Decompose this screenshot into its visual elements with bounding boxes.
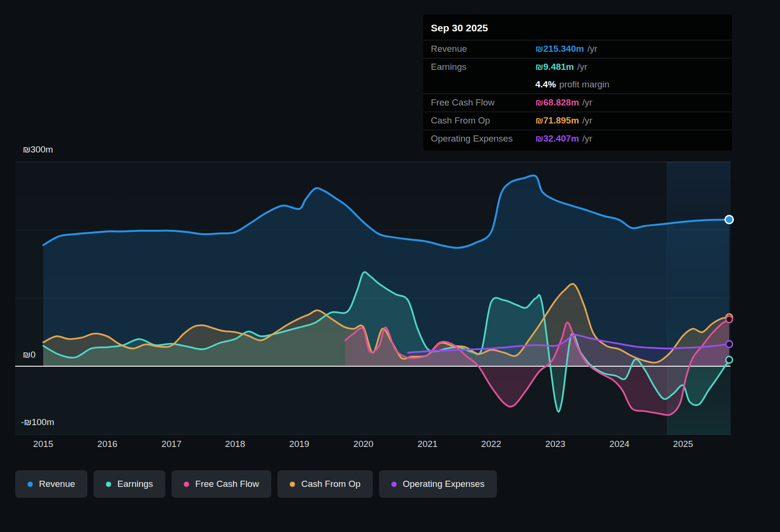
tooltip-suffix-free-cash-flow: /yr [582, 97, 592, 107]
tooltip-value-revenue: ₪215.340m [535, 44, 584, 54]
tooltip-date: Sep 30 2025 [423, 14, 732, 40]
tooltip-value-profit-margin: 4.4% [535, 79, 556, 89]
x-axis-label-2024: 2024 [609, 439, 629, 449]
x-axis-label-2021: 2021 [418, 439, 438, 449]
x-axis-label-2018: 2018 [225, 439, 245, 449]
y-axis-label-0: ₪0 [23, 350, 36, 360]
tooltip-label-revenue: Revenue [431, 43, 535, 55]
x-axis-label-2019: 2019 [289, 439, 309, 449]
legend-label-revenue: Revenue [39, 479, 75, 489]
x-axis-label-2017: 2017 [162, 439, 181, 449]
legend-item-operating-expenses[interactable]: Operating Expenses [379, 470, 497, 498]
tooltip-value-earnings: ₪9.481m [535, 62, 574, 72]
cash-from-op-dot-icon [290, 482, 295, 487]
legend-item-free-cash-flow[interactable]: Free Cash Flow [171, 470, 271, 498]
y-axis-label-neg100m: -₪100m [21, 417, 54, 428]
tooltip-suffix-profit-margin: profit margin [559, 79, 609, 89]
tooltip-label-cash-from-op: Cash From Op [431, 115, 535, 126]
x-axis-label-2025: 2025 [673, 439, 693, 449]
chart-tooltip: Sep 30 2025 Revenue ₪215.340m/yr Earning… [423, 14, 732, 151]
x-axis-label-2016: 2016 [97, 439, 117, 449]
revenue-dot-icon [28, 482, 33, 487]
x-axis-label-2015: 2015 [33, 439, 53, 449]
y-axis-label-300m: ₪300m [23, 144, 53, 155]
legend-label-operating-expenses: Operating Expenses [403, 479, 485, 489]
tooltip-suffix-operating-expenses: /yr [582, 133, 592, 143]
tooltip-row-earnings: Earnings ₪9.481m/yr [423, 58, 732, 76]
series-free-cash-flow-end-marker [726, 316, 732, 323]
tooltip-suffix-earnings: /yr [577, 62, 587, 72]
operating-expenses-dot-icon [391, 482, 397, 487]
tooltip-suffix-revenue: /yr [587, 44, 597, 54]
tooltip-value-cash-from-op: ₪71.895m [535, 115, 579, 125]
earnings-dot-icon [106, 482, 111, 487]
tooltip-row-profit-margin: 4.4%profit margin [423, 76, 732, 94]
free-cash-flow-dot-icon [184, 482, 189, 487]
tooltip-value-free-cash-flow: ₪68.828m [535, 97, 579, 107]
tooltip-row-cash-from-op: Cash From Op ₪71.895m/yr [423, 112, 732, 130]
tooltip-row-operating-expenses: Operating Expenses ₪32.407m/yr [423, 130, 732, 148]
tooltip-suffix-cash-from-op: /yr [582, 115, 592, 125]
tooltip-value-operating-expenses: ₪32.407m [535, 133, 579, 143]
legend-item-cash-from-op[interactable]: Cash From Op [277, 470, 373, 498]
legend-label-cash-from-op: Cash From Op [301, 479, 361, 489]
tooltip-label-operating-expenses: Operating Expenses [431, 133, 535, 144]
series-revenue-end-marker [725, 216, 733, 224]
tooltip-label-earnings: Earnings [431, 61, 535, 73]
x-axis-label-2020: 2020 [353, 439, 373, 449]
chart-legend: Revenue Earnings Free Cash Flow Cash Fro… [15, 470, 497, 498]
legend-item-revenue[interactable]: Revenue [15, 470, 87, 498]
x-axis-label-2023: 2023 [545, 439, 565, 449]
legend-label-earnings: Earnings [117, 479, 153, 489]
tooltip-row-revenue: Revenue ₪215.340m/yr [423, 40, 732, 58]
tooltip-row-free-cash-flow: Free Cash Flow ₪68.828m/yr [423, 94, 732, 112]
legend-item-earnings[interactable]: Earnings [94, 470, 165, 498]
series-operating-expenses-end-marker [726, 341, 732, 348]
legend-label-free-cash-flow: Free Cash Flow [195, 479, 259, 489]
series-earnings-end-marker [726, 356, 732, 363]
x-axis-label-2022: 2022 [481, 439, 501, 449]
tooltip-label-free-cash-flow: Free Cash Flow [431, 97, 535, 108]
